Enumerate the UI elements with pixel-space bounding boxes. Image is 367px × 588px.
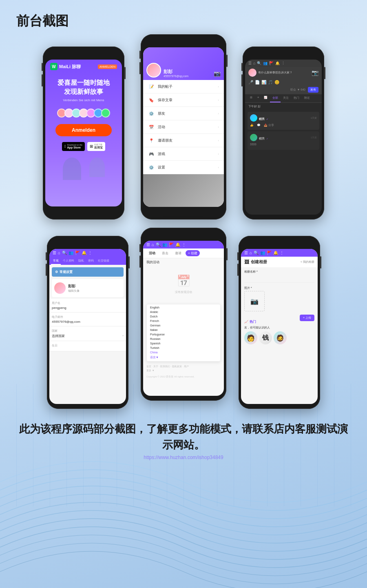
lang-chinese[interactable]: China <box>147 350 220 355</box>
phone-5-activity: ☰ ⌂ 🔍 👥 🚩 🔔 ⋮ 活动 喜去 邀请 + 创建 我的活动 <box>141 228 226 401</box>
phone-4-screen: ☰ ⌂ 🔍 👥 🚩 🔔 ⋮ 常规 个人资料 隐私 密码 社交链接 <box>49 249 126 404</box>
phones-grid: W MaiLi 脉聊 ANMELDEN 爱喜屋一随时随地 发现新鲜故事 Verb… <box>0 38 367 409</box>
qr-badge[interactable]: ⊞ 扫描下载 应用宝 <box>87 142 105 151</box>
footer-main-text: 此为该程序源码部分截图，了解更多功能模式，请联系店内客服测试演示网站。 <box>16 421 351 453</box>
my-activity-label: 我的活动 <box>143 258 224 266</box>
back-link[interactable]: < 我的相册 <box>301 260 314 264</box>
phone2-email: 45557976@qq.com <box>164 75 188 78</box>
tab-follow[interactable]: 关注 <box>281 94 291 102</box>
tab-nearby[interactable]: 附近 <box>302 94 312 102</box>
tab-social[interactable]: 社交链接 <box>96 257 111 265</box>
hero-line1: 爱喜屋一随时随地 发现新鲜故事 <box>49 78 118 97</box>
photo-label: 照片 * <box>244 286 314 290</box>
album-title: 🖼 创建相册 <box>244 259 267 265</box>
lang-turkish[interactable]: Turkish <box>147 346 220 350</box>
phone3-greeting: 下午好 彭 <box>245 103 322 110</box>
footer-links: 首页 · 关于 · 联系我们 · 隐私政策 · 用户 更多 ▼ <box>143 363 224 374</box>
no-activity: 📅 没有发现活动 <box>143 266 224 302</box>
tab-create[interactable]: + 创建 <box>186 250 200 256</box>
phone-6-screen: ☰ ⌂ 🔍 👥 🚩 🔔 ⋮ 🖼 创建相册 < 我的相册 <box>241 249 318 404</box>
tab-privacy[interactable]: 隐私 <box>76 257 86 265</box>
doc-icon: 📄 <box>255 80 260 84</box>
send-button[interactable]: 发布 <box>308 87 318 93</box>
no-activity-text: 没有发现活动 <box>175 290 192 294</box>
phone1-logo: W MaiLi 脉聊 <box>50 63 81 70</box>
settings-avatar <box>54 282 66 294</box>
calendar-icon: 📅 <box>177 274 191 288</box>
invite-icon: 📍 <box>148 137 155 144</box>
menu-icon: ☰ <box>53 251 56 255</box>
menu-item-posts[interactable]: 📝 我的帖子 › <box>143 80 224 93</box>
lang-english[interactable]: English <box>147 305 220 310</box>
menu-item-invite[interactable]: 📍 邀请朋友 › <box>143 134 224 147</box>
home-icon: ⌂ <box>250 251 252 255</box>
phone-6-album: ☰ ⌂ 🔍 👥 🚩 🔔 ⋮ 🖼 创建相册 < 我的相册 <box>239 236 320 409</box>
tab-profile[interactable]: 个人资料 <box>61 257 76 265</box>
lang-more[interactable]: 语言▼ <box>147 355 220 360</box>
menu-item-save[interactable]: 🔖 保存文章 › <box>143 93 224 107</box>
phone-3-chat: ☰ ⌂ 🔍 👥 🚩 🔔 ⋮ 有什么新鲜事想告诉大家？ 📷 � <box>243 47 324 220</box>
field-username: 用户名 pengpeng <box>49 299 126 313</box>
album-name-input[interactable] <box>244 276 314 283</box>
flag-icon: 🚩 <box>267 251 272 255</box>
phone1-header: W MaiLi 脉聊 ANMELDEN <box>45 60 122 72</box>
tab-past[interactable]: 喜去 <box>159 250 171 256</box>
lang-arabic[interactable]: Arabic <box>147 310 220 314</box>
phone-1-screen: W MaiLi 脉聊 ANMELDEN 爱喜屋一随时随地 发现新鲜故事 Verb… <box>45 60 122 206</box>
lang-portuguese[interactable]: Portuguese <box>147 332 220 337</box>
menu-icon: ☰ <box>146 242 150 247</box>
lang-italian[interactable]: Italian <box>147 328 220 332</box>
menu-item-activity[interactable]: 📅 活动 › <box>143 120 224 134</box>
arrow-icon: › <box>218 125 219 129</box>
phone3-send-row: 听众 ▼ 640 发布 <box>245 86 322 94</box>
album-form: 相册名称 * 照片 * 📷 + 上传 <box>241 267 318 317</box>
phone-4-settings: ☰ ⌂ 🔍 👥 🚩 🔔 ⋮ 常规 个人资料 隐私 密码 社交链接 <box>47 236 128 409</box>
appstore-badge[interactable]:  Download on the App Store <box>62 142 85 151</box>
qr-icon: ⊞ <box>90 144 93 149</box>
lang-german[interactable]: German <box>147 323 220 328</box>
lang-russian[interactable]: Russian <box>147 337 220 341</box>
anmelden-badge: ANMELDEN <box>98 64 117 69</box>
menu-item-settings[interactable]: ⚙️ 设置 › <box>143 161 224 174</box>
tab-invite[interactable]: 邀请 <box>172 250 184 256</box>
tab-activity[interactable]: 活动 <box>146 250 158 256</box>
dots-icon: ⋮ <box>281 61 285 65</box>
like-action[interactable]: 👍 <box>250 123 254 127</box>
bell-icon: 🔔 <box>82 251 86 255</box>
tab-general[interactable]: 常规 <box>51 257 61 265</box>
friend-avatar-2: 钱 <box>259 331 272 344</box>
maili-text: MaiLi 脉聊 <box>59 64 81 70</box>
share-action[interactable]: 📤 分享 <box>264 123 274 127</box>
comment-action[interactable]: 💬 <box>257 123 261 127</box>
settings-section: ⚙ 常规设置 <box>52 267 124 277</box>
upload-button[interactable]: + 上传 <box>300 315 314 321</box>
lang-dutch[interactable]: Dutch <box>147 314 220 319</box>
home-icon: ⌂ <box>253 61 255 65</box>
footer-url: https://www.huzhan.com/ishop34849 <box>16 455 351 460</box>
page-title: 前台截图 <box>0 0 367 38</box>
phone-notch-5 <box>171 233 196 239</box>
appstore-text: Download on the App Store <box>67 144 83 149</box>
phone-2-profile: 彭彭 45557976@qq.com 📷 📝 我的帖子 › 🔖 <box>141 34 226 220</box>
language-menu: English Arabic Dutch French German Itali… <box>146 304 221 362</box>
tab-all[interactable]: 全部 <box>270 94 281 102</box>
settings-username: 彭彭 <box>68 284 80 289</box>
upload-area[interactable]: 📷 <box>244 291 265 311</box>
lang-spanish[interactable]: Spanish <box>147 341 220 346</box>
settings-user-row: 彭彭 编辑头像 <box>52 279 124 297</box>
anmelden-button[interactable]: Anmelden <box>55 124 112 136</box>
phone-notch-3 <box>271 51 296 58</box>
tab-password[interactable]: 密码 <box>86 257 96 265</box>
search-icon: 🔍 <box>254 251 259 255</box>
tab-hot[interactable]: 热门 <box>291 94 302 102</box>
post-1: 帽男 ✓ 1天前 👍 💬 📤 分享 <box>248 112 319 130</box>
menu-item-friends[interactable]: ⚙️ 朋友 › <box>143 107 224 120</box>
post-header: 帽男 ✓ 1天前 <box>250 114 317 122</box>
phone3-question: 有什么新鲜事想告诉大家？ 📷 <box>245 67 322 78</box>
phone-notch-2 <box>171 39 196 46</box>
lang-french[interactable]: French <box>147 319 220 323</box>
avatars-row <box>45 105 122 121</box>
settings-fields: 用户名 pengpeng 电子邮件 45557976@qq.com 国家 选择国… <box>49 299 126 351</box>
menu-item-game[interactable]: 🎮 游戏 › <box>143 147 224 161</box>
bell-icon: 🔔 <box>273 251 278 255</box>
